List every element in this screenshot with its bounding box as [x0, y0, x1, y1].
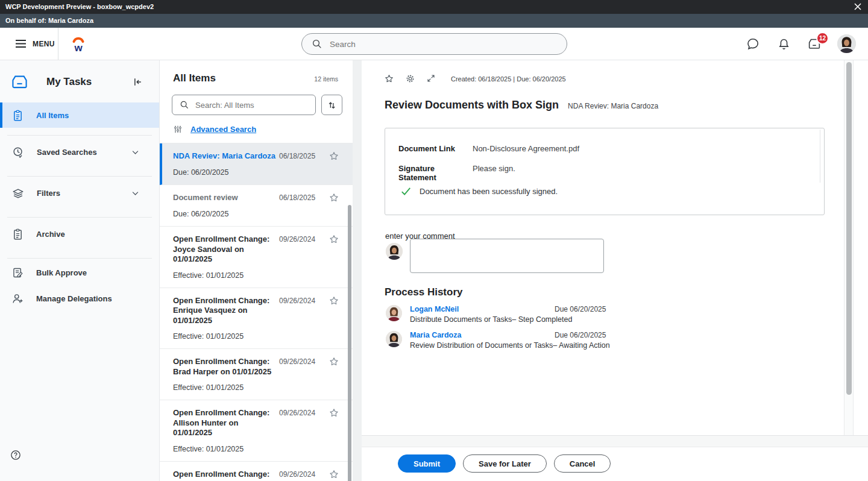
task-subtext: Effective: 01/01/2025 [173, 445, 345, 453]
task-subtext: Due: 06/20/2025 [173, 168, 345, 177]
sidebar-item-archive[interactable]: Archive [7, 218, 152, 251]
task-title: Open Enrollment Change: Allison Hunter o… [173, 408, 279, 438]
task-subtext: Effective: 01/01/2025 [173, 332, 345, 341]
document-link[interactable]: Non-Disclosure Agreement.pdf [473, 144, 579, 153]
workday-logo-icon[interactable]: w [71, 35, 86, 53]
expand-icon[interactable] [426, 74, 436, 84]
notifications-bell-icon[interactable] [776, 36, 791, 52]
profile-avatar[interactable] [837, 34, 856, 53]
history-step: Review Distribution of Documents or Task… [410, 341, 610, 350]
detail-scrollbar-thumb[interactable] [846, 62, 852, 395]
sidebar-item-all-items[interactable]: All Items [0, 102, 159, 128]
task-date: 09/26/2024 [279, 235, 322, 244]
task-subtext: Effective: 01/01/2025 [173, 271, 345, 280]
item-count: 12 items [314, 75, 338, 83]
submit-button[interactable]: Submit [398, 454, 456, 473]
task-detail-panel: Created: 06/18/2025 | Due: 06/20/2025 Re… [362, 60, 868, 481]
favorite-star-icon[interactable] [329, 295, 339, 306]
task-list-item[interactable]: Open Enrollment Change: Joyce Sandoval o… [160, 227, 353, 288]
on-behalf-text: On behalf of: Maria Cardoza [5, 17, 93, 24]
favorite-star-icon[interactable] [329, 234, 339, 245]
sidebar-item-bulk-approve[interactable]: Bulk Approve [7, 259, 152, 286]
clipboard-icon [11, 227, 24, 241]
sidebar-item-saved-searches[interactable]: Saved Searches [7, 136, 152, 169]
chat-icon[interactable] [745, 36, 761, 52]
task-title: Open Enrollment Change: Enrique Vasquez … [173, 296, 279, 326]
task-list-item[interactable]: Document review 06/18/2025 Due: 06/20/20… [160, 185, 353, 227]
comment-input[interactable] [410, 239, 604, 273]
favorite-star-icon[interactable] [329, 151, 339, 162]
task-title: Open Enrollment Change: Joyce Sandoval o… [173, 234, 279, 265]
sort-button[interactable] [321, 95, 342, 115]
task-list-item[interactable]: Open Enrollment Change: Brad Harper on 0… [160, 349, 353, 400]
task-title: Document review [173, 193, 279, 203]
sidebar-item-manage-delegations[interactable]: Manage Delegations [7, 286, 152, 310]
task-list-item[interactable]: Open Enrollment Change: Amanda Baker on … [160, 462, 353, 481]
person-plus-icon [11, 292, 24, 305]
signed-status-text: Document has been sucessfully signed. [420, 187, 558, 196]
svg-text:w: w [74, 42, 83, 53]
task-subtext: Effective: 01/01/2025 [173, 383, 345, 392]
search-input[interactable] [330, 40, 547, 49]
global-search[interactable] [301, 33, 567, 55]
gear-icon[interactable] [405, 74, 415, 84]
task-date: 09/26/2024 [279, 357, 322, 366]
header-divider [58, 28, 58, 60]
chevron-down-icon [131, 189, 140, 198]
history-due: Due 06/20/2025 [555, 331, 606, 339]
sidebar-item-label: Saved Searches [37, 148, 131, 157]
task-list-item[interactable]: Open Enrollment Change: Allison Hunter o… [160, 400, 353, 462]
task-list-item[interactable]: Open Enrollment Change: Enrique Vasquez … [160, 288, 353, 350]
sidebar-item-filters[interactable]: Filters [7, 177, 152, 210]
field-value: Please sign. [473, 164, 515, 182]
process-history-entry: Maria Cardoza Due 06/20/2025 Review Dist… [386, 331, 610, 350]
sidebar-item-label: All Items [36, 111, 159, 120]
list-search[interactable] [172, 95, 316, 115]
process-history-heading: Process History [385, 286, 462, 298]
document-card: Document Link Non-Disclosure Agreement.p… [385, 128, 825, 215]
favorite-star-icon[interactable] [329, 407, 339, 418]
created-due-meta: Created: 06/18/2025 | Due: 06/20/2025 [451, 75, 566, 83]
success-check-icon [400, 186, 412, 196]
close-icon[interactable] [854, 2, 862, 11]
list-search-input[interactable] [195, 101, 298, 110]
sidebar-item-label: Manage Delegations [36, 294, 152, 303]
sidebar-item-label: Bulk Approve [36, 268, 152, 277]
sidebar-title: My Tasks [46, 76, 131, 88]
favorite-star-icon[interactable] [329, 469, 339, 480]
task-date: 06/18/2025 [279, 193, 322, 202]
task-list-item[interactable]: NDA Reviev: Maria Cardoza 06/18/2025 Due… [160, 143, 353, 185]
favorite-star-icon[interactable] [329, 356, 339, 367]
task-date: 09/26/2024 [279, 297, 322, 305]
task-list: NDA Reviev: Maria Cardoza 06/18/2025 Due… [160, 143, 353, 481]
inbox-count-badge: 12 [816, 32, 829, 45]
favorite-star-icon[interactable] [384, 74, 394, 84]
clipboard-icon [11, 108, 24, 122]
environment-title: WCP Development Preview - boxbow_wcpdev2 [5, 3, 154, 10]
global-header: MENU w 12 [0, 28, 868, 60]
help-icon[interactable] [10, 450, 21, 461]
detail-scrollbar-track[interactable] [844, 60, 854, 435]
task-detail-title: Review Documents with Box Sign [385, 99, 559, 112]
my-tasks-inbox-icon[interactable]: 12 [807, 36, 822, 52]
menu-button[interactable]: MENU [15, 28, 55, 60]
advanced-search-link[interactable]: Advanced Search [190, 125, 256, 134]
history-person-link[interactable]: Maria Cardoza [410, 331, 555, 339]
list-scrollbar[interactable] [348, 205, 351, 481]
card-inner-scrollbar [820, 130, 820, 183]
history-step: Distribute Documents or Tasks– Step Comp… [410, 315, 606, 324]
history-due: Due 06/20/2025 [555, 305, 606, 313]
history-person-link[interactable]: Logan McNeil [410, 305, 555, 313]
task-date: 09/26/2024 [279, 470, 322, 479]
commenter-avatar [386, 243, 403, 260]
footer-divider [362, 435, 868, 447]
favorite-star-icon[interactable] [329, 192, 339, 203]
collapse-sidebar-icon[interactable] [131, 76, 143, 88]
search-icon [180, 100, 189, 110]
save-for-later-button[interactable]: Save for Later [463, 454, 547, 473]
chevron-down-icon [131, 148, 140, 157]
action-footer: Submit Save for Later Cancel [362, 447, 868, 481]
cancel-button[interactable]: Cancel [554, 454, 611, 473]
task-subtext: Due: 06/20/2025 [173, 210, 345, 218]
search-icon [312, 39, 322, 49]
